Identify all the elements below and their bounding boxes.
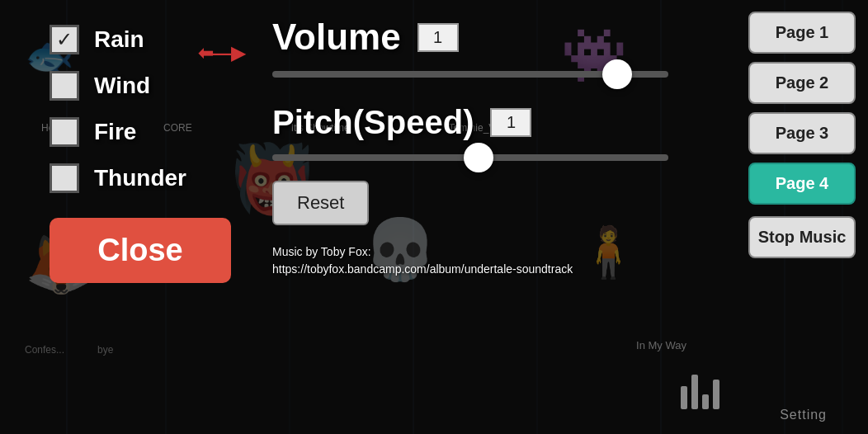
wind-checkbox-row: Wind bbox=[50, 71, 248, 101]
pitch-label: Pitch(Speed) bbox=[272, 104, 474, 141]
volume-value[interactable]: 1 bbox=[417, 23, 459, 52]
pitch-row: Pitch(Speed) 1 bbox=[272, 104, 531, 141]
left-section: ✓ Rain Wind Fire Thunder Close bbox=[0, 0, 264, 434]
pitch-slider[interactable] bbox=[272, 149, 668, 166]
fire-checkbox[interactable] bbox=[50, 117, 79, 147]
thunder-label: Thunder bbox=[94, 165, 186, 191]
right-section: Page 1 Page 2 Page 3 Page 4 Stop Music bbox=[736, 0, 868, 434]
pitch-track bbox=[272, 154, 668, 161]
page-3-button[interactable]: Page 3 bbox=[748, 112, 856, 154]
thunder-checkbox[interactable] bbox=[50, 163, 79, 193]
rain-checkmark: ✓ bbox=[56, 30, 73, 50]
reset-button[interactable]: Reset bbox=[272, 181, 369, 225]
wind-checkbox[interactable] bbox=[50, 71, 79, 101]
fire-label: Fire bbox=[94, 119, 136, 145]
rain-label: Rain bbox=[94, 26, 144, 53]
fire-checkbox-row: Fire bbox=[50, 117, 248, 147]
pitch-value[interactable]: 1 bbox=[490, 108, 531, 137]
middle-section: Volume 1 Pitch(Speed) 1 Reset Music by T… bbox=[264, 0, 736, 434]
pitch-thumb[interactable] bbox=[464, 143, 493, 172]
rain-checkbox[interactable]: ✓ bbox=[50, 25, 79, 54]
page-2-button[interactable]: Page 2 bbox=[748, 62, 856, 104]
music-credit: Music by Toby Fox:https://tobyfox.bandca… bbox=[272, 243, 573, 278]
rain-checkbox-row: ✓ Rain bbox=[50, 25, 248, 54]
volume-label: Volume bbox=[272, 17, 401, 58]
volume-thumb[interactable] bbox=[602, 59, 632, 89]
thunder-checkbox-row: Thunder bbox=[50, 163, 248, 193]
wind-label: Wind bbox=[94, 73, 150, 99]
close-button[interactable]: Close bbox=[50, 218, 231, 283]
volume-row: Volume 1 bbox=[272, 17, 459, 58]
main-panel: ✓ Rain Wind Fire Thunder Close Volume 1 bbox=[0, 0, 868, 434]
volume-track bbox=[272, 71, 668, 78]
volume-slider[interactable] bbox=[272, 66, 668, 83]
page-1-button[interactable]: Page 1 bbox=[748, 12, 856, 54]
stop-music-button[interactable]: Stop Music bbox=[748, 216, 856, 258]
page-4-button[interactable]: Page 4 bbox=[748, 163, 856, 205]
